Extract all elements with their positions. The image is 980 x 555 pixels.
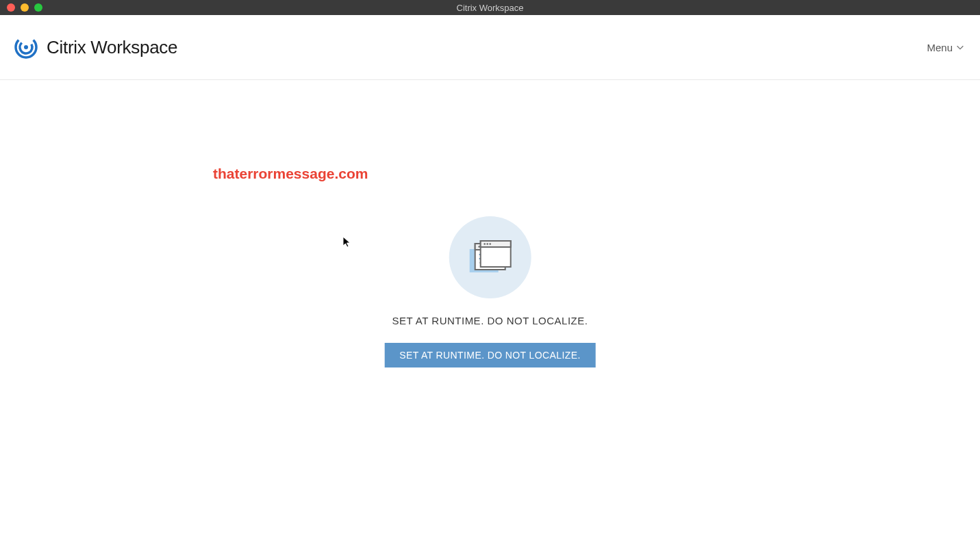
watermark-text: thaterrormessage.com <box>213 166 368 182</box>
svg-point-15 <box>486 243 488 245</box>
empty-state-message: SET AT RUNTIME. DO NOT LOCALIZE. <box>392 315 588 326</box>
app-header: Citrix Workspace Menu <box>0 15 980 80</box>
close-window-button[interactable] <box>7 3 15 12</box>
primary-action-button[interactable]: SET AT RUNTIME. DO NOT LOCALIZE. <box>384 343 596 367</box>
window-titlebar: Citrix Workspace <box>0 0 980 15</box>
empty-state-content: SET AT RUNTIME. DO NOT LOCALIZE. SET AT … <box>384 216 596 367</box>
menu-dropdown[interactable]: Menu <box>925 38 966 57</box>
minimize-window-button[interactable] <box>21 3 29 12</box>
svg-point-14 <box>483 243 486 245</box>
documents-icon <box>468 240 512 275</box>
menu-label: Menu <box>927 42 953 53</box>
svg-point-16 <box>489 243 491 245</box>
brand-logo-group: Citrix Workspace <box>14 35 177 60</box>
maximize-window-button[interactable] <box>34 3 42 12</box>
window-title: Citrix Workspace <box>456 3 523 13</box>
svg-point-6 <box>478 246 480 248</box>
cursor-icon <box>342 236 352 248</box>
brand-text: Citrix Workspace <box>47 37 177 58</box>
chevron-down-icon <box>955 42 965 52</box>
window-controls <box>7 3 42 12</box>
svg-point-2 <box>24 45 28 49</box>
empty-state-icon-circle <box>449 216 531 298</box>
citrix-logo-icon <box>14 35 38 60</box>
